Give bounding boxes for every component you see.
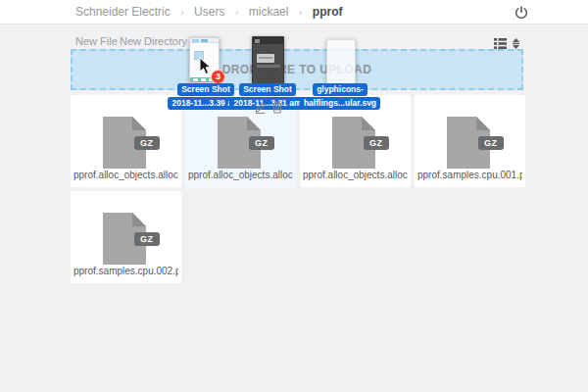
file-ext-badge: GZ <box>364 136 389 150</box>
breadcrumb: Schneider Electric › Users › mickael › p… <box>75 0 342 24</box>
gz-file-icon: GZ <box>103 213 146 265</box>
file-tile[interactable]: GZ pprof.samples.cpu.002.p... <box>71 191 181 283</box>
file-grid: GZ pprof.alloc_objects.alloc... GZ <box>71 95 525 283</box>
power-icon <box>514 5 529 21</box>
file-tile[interactable]: GZ pprof.samples.cpu.001.p... <box>415 95 525 187</box>
breadcrumb-separator: › <box>235 6 239 18</box>
file-name: pprof.samples.cpu.001.p... <box>417 170 522 180</box>
gz-file-icon: GZ <box>447 117 490 169</box>
rename-pencil-icon[interactable] <box>254 101 267 114</box>
dropzone-label: DROP HERE TO UPLOAD <box>73 51 521 88</box>
breadcrumb-item-current: pprof <box>313 5 343 19</box>
breadcrumb-item-root[interactable]: Schneider Electric <box>75 5 171 19</box>
breadcrumb-separator: › <box>299 6 303 18</box>
gz-file-icon: GZ <box>332 117 375 169</box>
upload-dropzone[interactable]: DROP HERE TO UPLOAD <box>71 49 523 90</box>
file-name: pprof.samples.cpu.002.p... <box>74 266 178 276</box>
list-view-icon <box>494 38 507 49</box>
file-tile[interactable]: GZ pprof.alloc_objects.alloc... <box>71 95 181 187</box>
file-ext-badge: GZ <box>249 136 274 150</box>
header-bar: Schneider Electric › Users › mickael › p… <box>0 0 588 24</box>
thumb-titlebar <box>253 37 283 44</box>
thumb-detail <box>201 39 208 42</box>
breadcrumb-item-mickael[interactable]: mickael <box>249 5 289 19</box>
tile-actions <box>254 101 283 114</box>
file-name: pprof.alloc_objects.alloc... <box>303 170 408 180</box>
breadcrumb-separator: › <box>180 6 184 18</box>
new-directory-button[interactable]: New Directory <box>120 35 187 47</box>
file-ext-badge: GZ <box>134 232 160 246</box>
file-name: pprof.alloc_objects.alloc... <box>74 170 178 180</box>
gz-file-icon: GZ <box>103 117 146 169</box>
new-file-button[interactable]: New File <box>75 35 118 47</box>
file-name: pprof.alloc_objects.alloc... <box>188 170 293 180</box>
gz-file-icon: GZ <box>218 117 261 169</box>
sort-icon <box>512 38 520 49</box>
file-tile-hovered[interactable]: GZ pprof.alloc_objects.alloc... <box>185 95 296 187</box>
file-tile[interactable]: GZ pprof.alloc_objects.alloc... <box>300 95 411 187</box>
file-ext-badge: GZ <box>134 136 160 150</box>
logout-power-button[interactable] <box>514 5 529 21</box>
file-manager-window: Schneider Electric › Users › mickael › p… <box>0 0 588 392</box>
delete-trash-icon[interactable] <box>271 101 283 114</box>
file-ext-badge: GZ <box>478 136 504 150</box>
thumb-titlebar <box>190 38 219 43</box>
breadcrumb-item-users[interactable]: Users <box>194 5 224 19</box>
thumb-detail <box>192 39 199 42</box>
